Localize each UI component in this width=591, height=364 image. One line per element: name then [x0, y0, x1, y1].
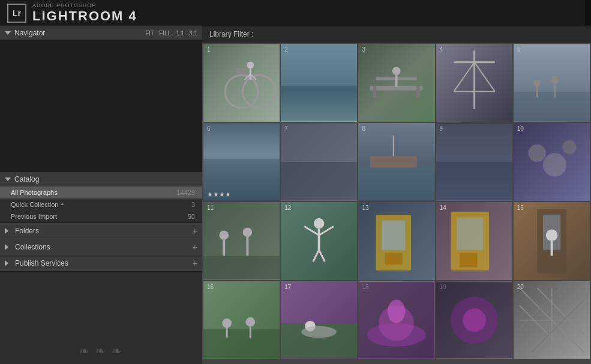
- svg-point-59: [546, 229, 558, 241]
- navigator-header-left: Navigator: [5, 29, 45, 37]
- zoom-3-1[interactable]: 3:1: [189, 30, 197, 37]
- svg-rect-23: [514, 92, 590, 121]
- photo-thumb-15: [514, 202, 590, 280]
- photo-thumb-1: [203, 44, 280, 122]
- navigator-zoom-controls[interactable]: FIT FILL 1:1 3:1: [145, 30, 197, 37]
- photo-cell-17[interactable]: 17: [281, 281, 357, 359]
- app-title: LIGHTROOM 4: [32, 8, 137, 24]
- svg-rect-29: [203, 124, 280, 159]
- svg-line-50: [319, 250, 325, 262]
- photo-cell-4[interactable]: 4: [436, 44, 512, 122]
- collections-section: Collections +: [0, 239, 202, 255]
- svg-rect-30: [281, 162, 357, 200]
- svg-point-37: [528, 145, 545, 162]
- publish-services-header[interactable]: Publish Services +: [0, 255, 202, 271]
- svg-rect-36: [436, 124, 512, 162]
- zoom-fit[interactable]: FIT: [145, 30, 154, 37]
- svg-rect-44: [203, 255, 280, 279]
- photo-grid-row-3: 11 12: [203, 202, 590, 280]
- app-title-block: ADOBE PHOTOSHOP LIGHTROOM 4: [32, 2, 137, 24]
- svg-rect-31: [281, 124, 357, 162]
- catalog-item-count-quick-collection: 3: [191, 201, 195, 208]
- photo-cell-3[interactable]: 3: [358, 44, 434, 122]
- zoom-1-1[interactable]: 1:1: [176, 30, 184, 37]
- photo-thumb-6: [203, 123, 280, 201]
- svg-point-39: [562, 140, 576, 154]
- library-filter-bar[interactable]: Library Filter :: [202, 26, 591, 43]
- catalog-section: Catalog All Photographs 14429 Quick Coll…: [0, 172, 202, 223]
- catalog-label: Catalog: [14, 175, 39, 183]
- photo-thumb-3: [358, 44, 434, 122]
- photo-cell-1[interactable]: 1: [203, 44, 280, 122]
- collections-add-button[interactable]: +: [193, 242, 197, 252]
- photo-thumb-9: [436, 123, 512, 201]
- library-filter-label: Library Filter :: [209, 30, 253, 38]
- svg-point-40: [219, 230, 229, 240]
- svg-point-68: [301, 326, 337, 338]
- photo-cell-5[interactable]: 5: [514, 44, 590, 122]
- svg-rect-5: [236, 68, 248, 74]
- svg-rect-10: [281, 86, 357, 121]
- photo-thumb-20: [514, 281, 590, 359]
- photo-cell-15[interactable]: 15: [514, 202, 590, 280]
- catalog-item-label-previous-import: Previous Import: [11, 213, 57, 220]
- photo-thumb-5: [514, 44, 590, 122]
- navigator-collapse-icon: [5, 31, 11, 35]
- photo-cell-6[interactable]: 6 ★★★★: [203, 123, 280, 201]
- catalog-item-all-photographs[interactable]: All Photographs 14429: [0, 186, 202, 198]
- right-area: Library Filter : 1: [202, 26, 591, 364]
- publish-services-header-left: Publish Services: [5, 259, 68, 267]
- photo-cell-13[interactable]: 13: [358, 202, 434, 280]
- svg-rect-35: [436, 162, 512, 200]
- catalog-header[interactable]: Catalog: [0, 172, 202, 186]
- folders-expand-icon: [5, 228, 11, 234]
- photo-thumb-12: [281, 202, 357, 280]
- svg-point-62: [222, 318, 232, 328]
- navigator-label: Navigator: [14, 29, 45, 37]
- photo-cell-20[interactable]: 20: [514, 281, 590, 359]
- catalog-item-count-previous-import: 50: [188, 213, 195, 220]
- publish-services-add-button[interactable]: +: [193, 258, 197, 268]
- svg-rect-11: [281, 44, 357, 85]
- panel-decoration: ❧ ❧ ❧: [0, 272, 202, 364]
- publish-services-section: Publish Services +: [0, 255, 202, 272]
- svg-point-16: [392, 67, 401, 76]
- svg-rect-61: [203, 329, 280, 359]
- folders-header[interactable]: Folders +: [0, 223, 202, 239]
- photo-grid-row-4: 16 17: [203, 281, 590, 359]
- scroll-indicator: [585, 0, 591, 26]
- catalog-item-quick-collection[interactable]: Quick Collection + 3: [0, 198, 202, 210]
- photo-grid[interactable]: 1: [202, 43, 591, 364]
- photo-cell-18[interactable]: 18: [358, 281, 434, 359]
- app-subtitle: ADOBE PHOTOSHOP: [32, 2, 137, 8]
- photo-cell-10[interactable]: 10: [514, 123, 590, 201]
- zoom-fill[interactable]: FILL: [159, 30, 171, 37]
- svg-point-6: [247, 62, 254, 69]
- svg-rect-32: [358, 165, 434, 200]
- folders-header-left: Folders: [5, 227, 39, 235]
- photo-cell-16[interactable]: 16: [203, 281, 280, 359]
- photo-cell-7[interactable]: 7: [281, 123, 357, 201]
- photo-cell-8[interactable]: 8: [358, 123, 434, 201]
- collections-label: Collections: [15, 243, 50, 251]
- photo-cell-11[interactable]: 11: [203, 202, 280, 280]
- photo-thumb-4: [436, 44, 512, 122]
- catalog-item-label-all-photographs: All Photographs: [11, 189, 58, 196]
- svg-line-77: [520, 306, 566, 353]
- catalog-item-count-all-photographs: 14429: [176, 189, 195, 196]
- photo-cell-2[interactable]: 2: [281, 44, 357, 122]
- photo-cell-12[interactable]: 12: [281, 202, 357, 280]
- main-layout: Navigator FIT FILL 1:1 3:1 Catalog All P…: [0, 26, 591, 364]
- navigator-section: Navigator FIT FILL 1:1 3:1: [0, 26, 202, 172]
- photo-cell-19[interactable]: 19: [436, 281, 512, 359]
- navigator-header[interactable]: Navigator FIT FILL 1:1 3:1: [0, 26, 202, 40]
- svg-point-75: [463, 308, 486, 332]
- collections-expand-icon: [5, 244, 11, 250]
- svg-rect-14: [373, 86, 377, 98]
- folders-add-button[interactable]: +: [193, 226, 197, 236]
- photo-cell-9[interactable]: 9: [436, 123, 512, 201]
- photo-cell-14[interactable]: 14: [436, 202, 512, 280]
- svg-line-20: [454, 62, 474, 92]
- collections-header[interactable]: Collections +: [0, 239, 202, 255]
- catalog-item-previous-import[interactable]: Previous Import 50: [0, 210, 202, 222]
